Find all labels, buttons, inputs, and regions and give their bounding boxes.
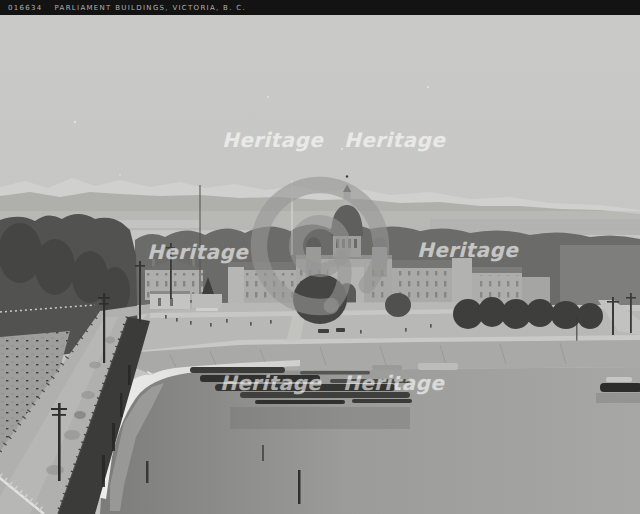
small-buildings xyxy=(150,291,222,311)
photograph xyxy=(0,15,640,514)
caption-bar: 016634 PARLIAMENT BUILDINGS, VICTORIA, B… xyxy=(0,0,640,15)
boat-reflections xyxy=(230,407,410,429)
photo-title: PARLIAMENT BUILDINGS, VICTORIA, B. C. xyxy=(55,4,246,12)
catalog-number: 016634 xyxy=(8,4,43,12)
heritage-photo-page: 016634 PARLIAMENT BUILDINGS, VICTORIA, B… xyxy=(0,0,640,514)
